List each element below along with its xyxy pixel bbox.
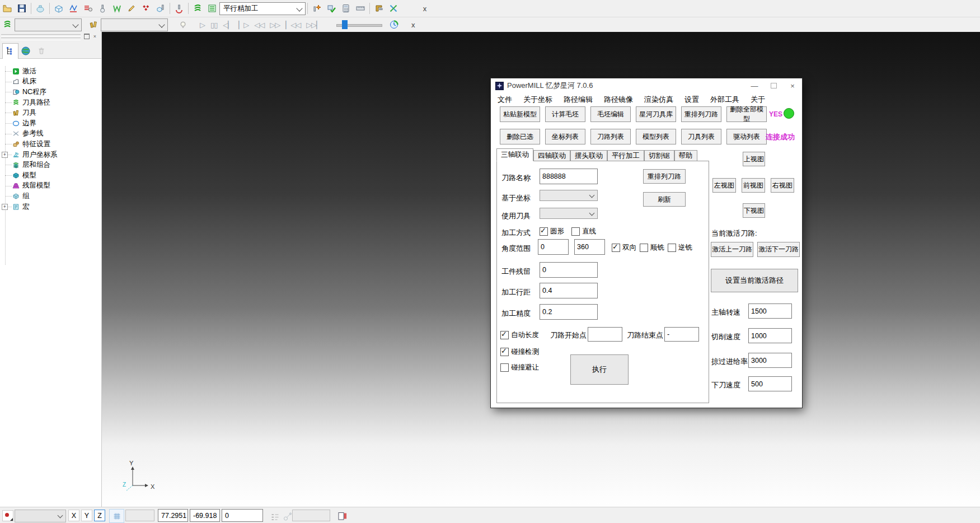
compute-stock-button[interactable]: 计算毛坯 xyxy=(545,106,585,122)
ruler-icon[interactable] xyxy=(353,2,368,15)
mode-circle-checkbox[interactable]: 圆形 xyxy=(540,227,564,236)
bidirectional-checkbox[interactable]: 双向 xyxy=(612,243,636,253)
view-top-button[interactable]: 上视图 xyxy=(743,152,765,166)
ball-tool-icon[interactable] xyxy=(95,2,110,15)
view-left-button[interactable]: 左视图 xyxy=(712,178,736,193)
open-folder-icon[interactable] xyxy=(0,2,15,15)
end-point-input[interactable] xyxy=(664,327,699,342)
minimize-button[interactable]: — xyxy=(745,79,764,92)
pattern-w-icon[interactable] xyxy=(110,2,124,15)
tab-help[interactable]: 帮助 xyxy=(674,150,697,161)
page-flags-icon[interactable] xyxy=(335,510,349,523)
tree-item-activate[interactable]: 激活 xyxy=(0,66,101,77)
go-to-start-icon[interactable]: ▏◁◁ xyxy=(283,21,303,29)
cutting-feed-input[interactable] xyxy=(748,328,792,343)
tree-item-workplanes[interactable]: +用户坐标系 xyxy=(0,150,101,160)
tab-saw[interactable]: 切割锯 xyxy=(644,150,674,161)
execute-button[interactable]: 执行 xyxy=(570,354,629,385)
mode-line-checkbox[interactable]: 直线 xyxy=(571,227,596,236)
clamp-icon[interactable] xyxy=(372,2,386,15)
tree-item-models[interactable]: 模型 xyxy=(0,170,101,181)
print-teapot-icon[interactable] xyxy=(33,2,48,15)
menu-about[interactable]: 关于 xyxy=(745,95,771,105)
tab-recycle-bin[interactable] xyxy=(34,43,49,58)
tree-item-machine-tool[interactable]: 机床 xyxy=(0,77,101,87)
pause-icon[interactable]: ▯▯ xyxy=(208,21,220,29)
speed-clock-icon[interactable] xyxy=(387,18,401,31)
sim-tool-combobox[interactable] xyxy=(101,18,168,31)
stock-edit-button[interactable]: 毛坯编辑 xyxy=(590,106,631,122)
tree-item-toolpaths[interactable]: 刀具路径 xyxy=(0,97,101,108)
activate-next-toolpath-button[interactable]: 激活下一刀路 xyxy=(757,242,800,257)
save-icon[interactable] xyxy=(15,2,29,15)
panel-grip[interactable] xyxy=(1,38,81,40)
boundary-icon[interactable] xyxy=(66,2,81,15)
go-to-end-icon[interactable]: ▷▷▏ xyxy=(303,21,324,29)
tree-item-boundaries[interactable]: 边界 xyxy=(0,118,101,129)
block-icon[interactable] xyxy=(51,2,66,15)
verify-check-icon[interactable] xyxy=(324,2,339,15)
marker-tool-button[interactable] xyxy=(2,510,13,521)
collision-avoid-checkbox[interactable]: 碰撞避让 xyxy=(500,363,539,372)
sim-toolbar-close-button[interactable]: x xyxy=(408,21,418,29)
step-forward-icon[interactable]: ▏▷ xyxy=(236,21,251,29)
tree-expander[interactable]: + xyxy=(2,152,8,158)
play-icon[interactable]: ▷ xyxy=(197,21,208,29)
tree-item-nc-programs[interactable]: NC程序 xyxy=(0,87,101,97)
step-back-icon[interactable]: ◁▏ xyxy=(220,21,236,29)
close-button[interactable]: × xyxy=(783,79,802,92)
start-point-input[interactable] xyxy=(588,327,622,342)
grid-size-field[interactable] xyxy=(125,510,154,521)
coords-list-button[interactable]: 坐标列表 xyxy=(545,129,585,144)
menu-about-coords[interactable]: 关于坐标 xyxy=(518,95,558,105)
toolpath-name-input[interactable] xyxy=(540,169,598,184)
refresh-button[interactable]: 刷新 xyxy=(643,192,686,207)
grid-toggle-button[interactable] xyxy=(109,509,124,523)
tree-item-levels-sets[interactable]: 层和组合 xyxy=(0,160,101,170)
points-icon[interactable] xyxy=(139,2,153,15)
delete-selected-button[interactable]: 删除已选 xyxy=(500,129,540,144)
toolpath-list-button[interactable]: 刀路列表 xyxy=(590,129,631,144)
panel-float-button[interactable] xyxy=(83,33,90,40)
axis-y-button[interactable]: Y xyxy=(81,510,92,521)
pencil-curve-icon[interactable] xyxy=(124,2,139,15)
conventional-mill-checkbox[interactable]: 逆铣 xyxy=(668,243,692,253)
plunge-feed-input[interactable] xyxy=(748,376,792,391)
tree-expander[interactable]: + xyxy=(2,204,8,210)
strategy-combobox[interactable]: 平行精加工 xyxy=(219,2,306,15)
climb-mill-checkbox[interactable]: 顺铣 xyxy=(640,243,664,253)
axis-z-button[interactable]: Z xyxy=(94,510,105,521)
sim-speed-slider[interactable] xyxy=(336,20,381,29)
auto-length-checkbox[interactable]: 自动长度 xyxy=(500,330,539,340)
view-front-button[interactable]: 前视图 xyxy=(742,178,765,193)
stepover-input[interactable] xyxy=(540,283,598,298)
tool-arc-icon[interactable] xyxy=(172,2,186,15)
tab-3axis[interactable]: 三轴联动 xyxy=(496,148,533,161)
status-dropdown[interactable] xyxy=(15,510,66,522)
panel-close-button[interactable]: × xyxy=(91,33,99,40)
menu-render-sim[interactable]: 渲染仿真 xyxy=(639,95,679,105)
tool-library-button[interactable]: 星河刀具库 xyxy=(636,106,676,122)
lightbulb-icon[interactable] xyxy=(176,18,190,31)
tolerance-input[interactable] xyxy=(540,304,598,320)
angle-from-input[interactable] xyxy=(538,239,569,255)
rearrange-toolpaths-button[interactable]: 重排列刀路 xyxy=(681,106,721,122)
transform-arrows-icon[interactable] xyxy=(386,2,401,15)
tool-star-icon[interactable] xyxy=(310,2,324,15)
rewind-icon[interactable]: ◁◁ xyxy=(251,21,267,29)
delete-all-models-button[interactable]: 删除全部模型 xyxy=(726,106,767,122)
tab-web-globe[interactable] xyxy=(18,43,33,58)
tab-explorer-tree[interactable] xyxy=(2,43,18,59)
menu-file[interactable]: 文件 xyxy=(492,95,518,105)
tree-item-groups[interactable]: 组 xyxy=(0,191,101,202)
rearrange-button[interactable]: 重排列刀路 xyxy=(643,169,686,184)
menu-settings[interactable]: 设置 xyxy=(679,95,705,105)
tree-item-reference-lines[interactable]: 参考线 xyxy=(0,129,101,139)
coord-y-field[interactable]: -69.918 xyxy=(190,509,220,522)
stock-remain-input[interactable] xyxy=(540,262,598,278)
angle-to-input[interactable] xyxy=(574,239,605,255)
menu-path-mirror[interactable]: 路径镜像 xyxy=(598,95,639,105)
slider-handle[interactable] xyxy=(342,20,348,29)
toolpath-spring-icon[interactable] xyxy=(190,2,205,15)
coord-base-dropdown[interactable] xyxy=(540,190,598,201)
